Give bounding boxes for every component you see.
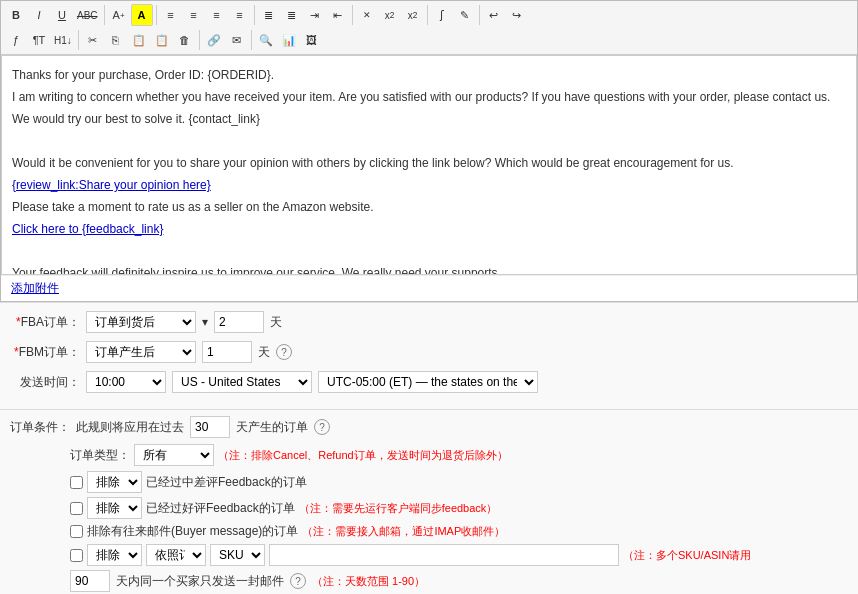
fbm-help-icon[interactable]: ? <box>276 344 292 360</box>
sku-action3[interactable]: SKU <box>210 544 265 566</box>
order-type-note: （注：排除Cancel、Refund订单，发送时间为退货后除外） <box>218 448 508 463</box>
line10: Your feedback will definitely inspire us… <box>12 264 838 275</box>
days-limit-help-icon[interactable]: ? <box>290 573 306 589</box>
order-type-select[interactable]: 所有 <box>134 444 214 466</box>
line5: Would it be convenient for you to share … <box>12 154 838 172</box>
feedback-good-action[interactable]: 排除 <box>87 497 142 519</box>
email-link-button[interactable]: ✉ <box>226 29 248 51</box>
fba-days-input[interactable] <box>214 311 264 333</box>
underline-button[interactable]: U <box>51 4 73 26</box>
align-center-button[interactable]: ≡ <box>183 4 205 26</box>
country-select[interactable]: US - United States <box>172 371 312 393</box>
line7: Please take a moment to rate us as a sel… <box>12 198 838 216</box>
sku-action1[interactable]: 排除 <box>87 544 142 566</box>
cut-button[interactable]: ✂ <box>82 29 104 51</box>
separator6 <box>479 5 480 25</box>
send-time-label: 发送时间： <box>10 374 80 391</box>
redo-button[interactable]: ↪ <box>506 4 528 26</box>
paragraph-button[interactable]: ¶T <box>28 29 50 51</box>
fba-trigger-select[interactable]: 订单到货后 <box>86 311 196 333</box>
past-days-prefix: 此规则将应用在过去 <box>76 419 184 436</box>
line4 <box>12 132 838 150</box>
italic-button[interactable]: I <box>28 4 50 26</box>
line8: Click here to {feedback_link} <box>12 220 838 238</box>
order-type-row: 订单类型： 所有 （注：排除Cancel、Refund订单，发送时间为退货后除外… <box>70 444 848 466</box>
remove-format-button[interactable]: ✕ <box>356 4 378 26</box>
past-days-input[interactable] <box>190 416 230 438</box>
outdent-button[interactable]: ⇤ <box>327 4 349 26</box>
sku-action2[interactable]: 依照订单 <box>146 544 206 566</box>
draw-button[interactable]: ✎ <box>454 4 476 26</box>
indent-button[interactable]: ⇥ <box>304 4 326 26</box>
conditions-help-icon[interactable]: ? <box>314 419 330 435</box>
feedback-bad-action[interactable]: 排除 <box>87 471 142 493</box>
paste-button[interactable]: 📋 <box>128 29 150 51</box>
order-conditions-section: 订单条件： 此规则将应用在过去 天产生的订单 ? 订单类型： 所有 （注：排除C… <box>0 409 858 594</box>
undo-button[interactable]: ↩ <box>483 4 505 26</box>
toolbar-row1: B I U ABC A+ A ≡ ≡ ≡ ≡ ≣ ≣ ⇥ ⇤ ✕ x2 x2 ʃ… <box>5 3 853 27</box>
line1: Thanks for your purchase, Order ID: {ORD… <box>12 66 838 84</box>
separator3 <box>254 5 255 25</box>
fbm-unit: 天 <box>258 344 270 361</box>
fba-unit: 天 <box>270 314 282 331</box>
feedback-good-note: （注：需要先运行客户端同步feedback） <box>299 501 498 516</box>
bold-button[interactable]: B <box>5 4 27 26</box>
copy-button[interactable]: ⎘ <box>105 29 127 51</box>
clear-button[interactable]: 🗑 <box>174 29 196 51</box>
feedback-good-checkbox[interactable] <box>70 502 83 515</box>
days-limit-input[interactable] <box>70 570 110 592</box>
line2: I am writing to concern whether you have… <box>12 88 838 106</box>
feedback-bad-checkbox[interactable] <box>70 476 83 489</box>
paste-plain-button[interactable]: 📋 <box>151 29 173 51</box>
subscript-button[interactable]: x2 <box>402 4 424 26</box>
email-body[interactable]: Thanks for your purchase, Order ID: {ORD… <box>1 55 857 275</box>
buyer-message-checkbox[interactable] <box>70 525 83 538</box>
days-limit-suffix: 天内同一个买家只发送一封邮件 <box>116 573 284 590</box>
timezone-select[interactable]: UTC-05:00 (ET) — the states on the Atla <box>318 371 538 393</box>
separator5 <box>427 5 428 25</box>
special-char-button[interactable]: ʃ <box>431 4 453 26</box>
separator1 <box>104 5 105 25</box>
superscript-button[interactable]: x2 <box>379 4 401 26</box>
strikethrough-button[interactable]: ABC <box>74 4 101 26</box>
align-justify-button[interactable]: ≡ <box>229 4 251 26</box>
sku-checkbox[interactable] <box>70 549 83 562</box>
fbm-days-input[interactable] <box>202 341 252 363</box>
font-size-increase-button[interactable]: A+ <box>108 4 130 26</box>
conditions-header-row: 订单条件： 此规则将应用在过去 天产生的订单 ? <box>10 416 848 438</box>
fba-order-section: *FBA订单： 订单到货后 ▾ 天 *FBM订单： 订单产生后 天 ? 发送时间… <box>0 302 858 409</box>
toolbar-row2: ƒ ¶T H1↓ ✂ ⎘ 📋 📋 🗑 🔗 ✉ 🔍 📊 🖼 <box>5 28 853 52</box>
fbm-order-row: *FBM订单： 订单产生后 天 ? <box>10 341 848 363</box>
buyer-message-note: （注：需要接入邮箱，通过IMAP收邮件） <box>302 524 505 539</box>
font-button[interactable]: ƒ <box>5 29 27 51</box>
line6: {review_link:Share your opinion here} <box>12 176 838 194</box>
heading-button[interactable]: H1↓ <box>51 29 75 51</box>
table-button[interactable]: 📊 <box>278 29 300 51</box>
fbm-label: *FBM订单： <box>10 344 80 361</box>
feedback-good-desc: 已经过好评Feedback的订单 <box>146 500 295 517</box>
fbm-trigger-select[interactable]: 订单产生后 <box>86 341 196 363</box>
sku-row: 排除 依照订单 SKU （注：多个SKU/ASIN请用 <box>70 544 848 566</box>
align-right-button[interactable]: ≡ <box>206 4 228 26</box>
feedback-good-row: 排除 已经过好评Feedback的订单 （注：需要先运行客户端同步feedbac… <box>70 497 848 519</box>
align-left-button[interactable]: ≡ <box>160 4 182 26</box>
fba-order-row: *FBA订单： 订单到货后 ▾ 天 <box>10 311 848 333</box>
line9 <box>12 242 838 260</box>
email-editor: B I U ABC A+ A ≡ ≡ ≡ ≡ ≣ ≣ ⇥ ⇤ ✕ x2 x2 ʃ… <box>0 0 858 302</box>
send-time-select[interactable]: 10:00 <box>86 371 166 393</box>
ol-button[interactable]: ≣ <box>281 4 303 26</box>
line3: We would try our best to solve it. {cont… <box>12 110 838 128</box>
feedback-bad-desc: 已经过中差评Feedback的订单 <box>146 474 307 491</box>
ul-button[interactable]: ≣ <box>258 4 280 26</box>
link-button[interactable]: 🔗 <box>203 29 225 51</box>
separator8 <box>199 30 200 50</box>
font-color-button[interactable]: A <box>131 4 153 26</box>
sku-input[interactable] <box>269 544 619 566</box>
find-button[interactable]: 🔍 <box>255 29 277 51</box>
buyer-message-desc: 排除有往来邮件(Buyer message)的订单 <box>87 523 298 540</box>
image-button[interactable]: 🖼 <box>301 29 323 51</box>
add-attachment-link[interactable]: 添加附件 <box>1 275 857 301</box>
days-limit-row: 天内同一个买家只发送一封邮件 ? （注：天数范围 1-90） <box>70 570 848 592</box>
editor-content: Thanks for your purchase, Order ID: {ORD… <box>12 66 838 275</box>
toolbar: B I U ABC A+ A ≡ ≡ ≡ ≡ ≣ ≣ ⇥ ⇤ ✕ x2 x2 ʃ… <box>1 1 857 55</box>
